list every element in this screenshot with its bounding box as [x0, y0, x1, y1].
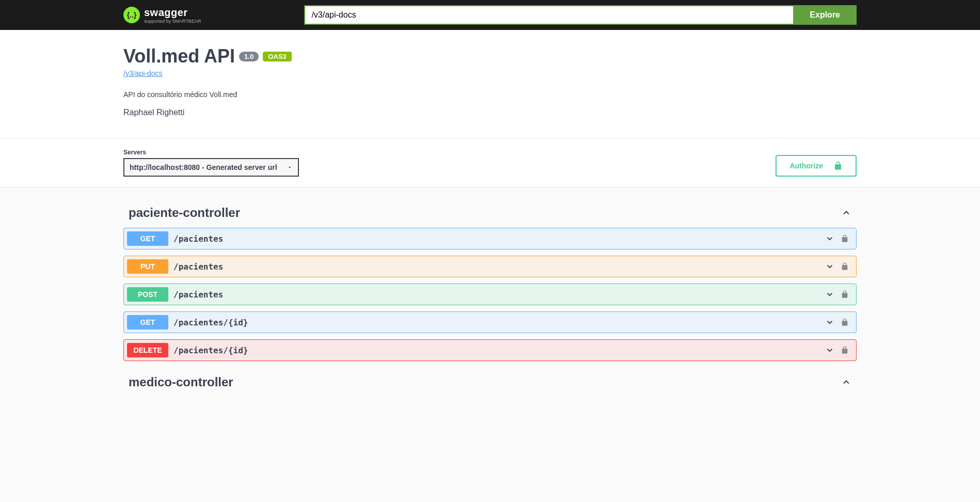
api-title-text: Voll.med API — [123, 45, 235, 67]
explore-button[interactable]: Explore — [793, 5, 857, 25]
topbar: {..} swagger supported by SMARTBEAR Expl… — [0, 0, 980, 30]
swagger-icon: {..} — [123, 7, 140, 23]
oas-version-badge: OAS3 — [263, 52, 291, 61]
chevron-down-icon — [825, 234, 834, 243]
authorize-label: Authorize — [789, 162, 823, 170]
operation-delete-pacientes-id[interactable]: DELETE /pacientes/{id} — [123, 339, 857, 361]
chevron-down-icon — [825, 346, 834, 355]
tag-paciente-controller: paciente-controller GET /pacientes PUT /… — [123, 198, 857, 361]
authorize-button[interactable]: Authorize — [776, 155, 857, 177]
chevron-up-icon — [841, 377, 851, 387]
operation-path: /pacientes — [173, 290, 825, 300]
lock-icon[interactable] — [841, 346, 849, 354]
tag-header-paciente[interactable]: paciente-controller — [123, 198, 857, 228]
servers-label: Servers — [123, 149, 299, 156]
info-section: Voll.med API 1.0 OAS3 /v3/api-docs API d… — [0, 30, 980, 138]
operation-path: /pacientes — [173, 234, 825, 244]
logo-sub-text: supported by SMARTBEAR — [144, 19, 201, 24]
method-badge: POST — [127, 287, 168, 302]
swagger-logo: {..} swagger supported by SMARTBEAR — [123, 7, 201, 24]
unlock-icon — [833, 161, 843, 170]
lock-icon[interactable] — [841, 318, 849, 326]
operation-post-pacientes[interactable]: POST /pacientes — [123, 284, 857, 305]
operation-get-pacientes-id[interactable]: GET /pacientes/{id} — [123, 311, 857, 333]
chevron-down-icon — [825, 262, 834, 271]
api-description: API do consultório médico Voll.med — [123, 90, 857, 99]
api-version-badge: 1.0 — [239, 52, 259, 61]
chevron-down-icon — [825, 290, 834, 299]
method-badge: GET — [127, 315, 168, 330]
chevron-up-icon — [841, 208, 851, 218]
lock-icon[interactable] — [841, 262, 849, 271]
operation-path: /pacientes/{id} — [173, 346, 825, 355]
logo-main-text: swagger — [144, 7, 201, 19]
tag-name: paciente-controller — [129, 206, 240, 220]
chevron-down-icon — [825, 318, 834, 327]
tag-medico-controller: medico-controller — [123, 367, 857, 397]
method-badge: PUT — [127, 259, 168, 274]
api-author: Raphael Righetti — [123, 108, 857, 117]
tags-section: paciente-controller GET /pacientes PUT /… — [113, 187, 867, 407]
api-docs-url-input[interactable] — [304, 5, 793, 25]
servers-select[interactable]: http://localhost:8080 - Generated server… — [123, 158, 299, 177]
lock-icon[interactable] — [841, 234, 849, 243]
servers-section: Servers http://localhost:8080 - Generate… — [0, 138, 980, 187]
operation-path: /pacientes/{id} — [173, 318, 825, 327]
tag-name: medico-controller — [129, 375, 233, 389]
api-title: Voll.med API 1.0 OAS3 — [123, 45, 857, 67]
method-badge: GET — [127, 231, 168, 246]
operations-list: GET /pacientes PUT /pacientes POST /paci… — [123, 228, 857, 361]
method-badge: DELETE — [127, 343, 168, 357]
operation-get-pacientes[interactable]: GET /pacientes — [123, 228, 857, 249]
lock-icon[interactable] — [841, 290, 849, 299]
api-docs-link[interactable]: /v3/api-docs — [123, 69, 162, 77]
operation-path: /pacientes — [173, 262, 825, 272]
tag-header-medico[interactable]: medico-controller — [123, 367, 857, 397]
operation-put-pacientes[interactable]: PUT /pacientes — [123, 256, 857, 277]
